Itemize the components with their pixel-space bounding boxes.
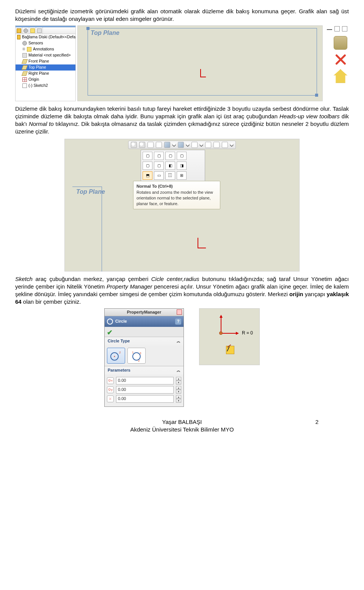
view-orientation-icon[interactable] xyxy=(164,142,170,148)
spinner[interactable]: ▲▼ xyxy=(176,386,181,394)
tree-item[interactable]: ⊞Annotations xyxy=(16,46,75,52)
param-y-icon: ⊙y xyxy=(107,386,114,393)
tree-item[interactable]: Right Plane xyxy=(16,71,75,77)
circle-icon xyxy=(107,319,113,325)
orientation-flyout[interactable]: ▢ ▢ ▢ ▢ ▢ ▢ ◧ ◨ ⬒ ▭ ⿰ ⊞ xyxy=(141,150,205,182)
collapse-icon[interactable]: ︽ xyxy=(177,368,180,373)
graphics-area[interactable]: Top Plane xyxy=(77,25,323,101)
origin-icon xyxy=(200,69,201,77)
paragraph-2: Düzleme dik bakış konumundayken tekerini… xyxy=(15,105,349,136)
scene-icon[interactable] xyxy=(213,142,220,148)
view-4-icon[interactable]: ⊞ xyxy=(177,171,187,180)
section-view-icon[interactable] xyxy=(156,142,162,148)
display-style-icon[interactable] xyxy=(178,142,184,148)
svg-point-1 xyxy=(114,356,115,357)
pm-titlebar: PropertyManager xyxy=(105,309,184,316)
tooltip-title: Normal To (Ctrl+8) xyxy=(136,184,217,189)
dropdown-icon[interactable] xyxy=(199,143,203,147)
collapse-icon[interactable]: ︽ xyxy=(177,339,180,344)
dropdown-icon[interactable] xyxy=(172,143,176,147)
page-footer: Yaşar BALBAŞI Akdeniz Üniversitesi Tekni… xyxy=(15,418,349,434)
view-back-icon[interactable]: ▢ xyxy=(154,152,164,160)
ok-icon[interactable] xyxy=(107,328,115,336)
view-left-icon[interactable]: ▢ xyxy=(165,152,175,160)
tree-item[interactable]: (-) Sketch2 xyxy=(16,83,75,89)
hide-show-icon[interactable] xyxy=(191,142,198,148)
tree-root[interactable]: Bağlama Diski (Default<<Defa xyxy=(16,34,75,40)
sketch-confirm-icon[interactable] xyxy=(334,36,347,50)
axis-x-icon xyxy=(221,333,238,334)
footer-author: Yaşar BALBAŞI xyxy=(15,418,349,426)
tree-item[interactable]: Origin xyxy=(16,77,75,83)
spinner[interactable]: ▲▼ xyxy=(176,377,181,384)
plane-outline xyxy=(88,28,317,96)
view-front-icon[interactable]: ▢ xyxy=(143,152,152,160)
figure-property-manager: PropertyManager Circle ? Circle Type︽ 2 … xyxy=(15,308,349,407)
param-x-icon: ⊙x xyxy=(107,377,114,384)
pm-section-parameters: Parameters︽ ⊙x 0.00 ▲▼ ⊙y 0.00 ▲▼ ⟀ 0.00… xyxy=(105,366,184,406)
tooltip-body: Rotates and zooms the model to the view … xyxy=(136,190,217,207)
param-r-input[interactable]: 0.00 xyxy=(116,395,174,403)
tree-item-selected[interactable]: Top Plane xyxy=(16,64,75,71)
svg-text:2: 2 xyxy=(119,351,121,354)
tree-tab-icon[interactable] xyxy=(22,27,29,34)
restore-icon[interactable] xyxy=(334,26,340,31)
view-normal-to-icon[interactable]: ⬒ xyxy=(143,171,152,180)
property-manager[interactable]: PropertyManager Circle ? Circle Type︽ 2 … xyxy=(104,308,184,407)
origin-preview: R = 0 xyxy=(199,308,260,365)
paragraph-3: Sketch araç çubuğundan merkez, yarıçap ç… xyxy=(15,275,349,306)
spinner[interactable]: ▲▼ xyxy=(176,395,181,403)
dropdown-icon[interactable] xyxy=(229,143,234,147)
radius-label: R = 0 xyxy=(242,330,253,336)
view-bottom-icon[interactable]: ▢ xyxy=(154,162,164,170)
tree-item[interactable]: Sensors xyxy=(16,40,75,46)
plane-outline xyxy=(72,187,102,271)
view-single-icon[interactable]: ▭ xyxy=(154,171,164,180)
origin-icon xyxy=(198,238,198,248)
view-top-icon[interactable]: ▢ xyxy=(143,162,152,170)
origin-dot-icon xyxy=(219,331,223,335)
param-x-input[interactable]: 0.00 xyxy=(116,377,174,384)
view-right-icon[interactable]: ▢ xyxy=(177,152,187,160)
tree-tab-icon[interactable] xyxy=(16,27,22,34)
sketch-cancel-icon[interactable] xyxy=(334,53,347,66)
view-2h-icon[interactable]: ⿰ xyxy=(165,171,175,180)
help-icon[interactable]: ? xyxy=(175,319,181,325)
param-y[interactable]: ⊙y 0.00 ▲▼ xyxy=(107,386,181,394)
pm-section-circle-type: Circle Type︽ 2 132 xyxy=(105,337,184,366)
param-r-icon: ⟀ xyxy=(107,395,114,402)
tooltip: Normal To (Ctrl+8) Rotates and zooms the… xyxy=(133,181,220,209)
dropdown-icon[interactable] xyxy=(185,143,190,147)
close-icon[interactable] xyxy=(342,26,347,31)
param-x[interactable]: ⊙x 0.00 ▲▼ xyxy=(107,377,181,384)
svg-text:3: 3 xyxy=(140,351,141,355)
param-r[interactable]: ⟀ 0.00 ▲▼ xyxy=(107,395,181,403)
footer-org: Akdeniz Üniversitesi Teknik Bilimler MYO xyxy=(15,426,349,433)
plane-label: Top Plane xyxy=(76,188,105,196)
circle-perimeter-icon[interactable]: 132 xyxy=(127,348,146,364)
prev-view-icon[interactable] xyxy=(147,142,154,148)
svg-text:1: 1 xyxy=(132,351,134,354)
circle-center-radius-icon[interactable]: 2 xyxy=(107,348,125,364)
view-iso-icon[interactable]: ◧ xyxy=(165,162,175,170)
minimize-icon[interactable] xyxy=(327,26,332,30)
tree-tab-icon[interactable] xyxy=(36,27,43,34)
pencil-cursor-icon xyxy=(226,346,234,354)
figure-headsup: ▢ ▢ ▢ ▢ ▢ ▢ ◧ ◨ ⬒ ▭ ⿰ ⊞ Normal To (Ctrl+… xyxy=(64,139,300,271)
home-icon[interactable] xyxy=(334,69,347,83)
view-tri-icon[interactable]: ◨ xyxy=(177,162,187,170)
appearance-icon[interactable] xyxy=(205,142,211,148)
param-y-input[interactable]: 0.00 xyxy=(116,386,174,394)
tree-item[interactable]: Material <not specified> xyxy=(16,52,75,58)
heads-up-toolbar[interactable] xyxy=(128,141,236,149)
tree-item[interactable]: Front Plane xyxy=(16,58,75,64)
zoom-fit-icon[interactable] xyxy=(131,142,137,148)
pushpin-icon[interactable] xyxy=(177,309,182,315)
feature-tree[interactable]: Bağlama Diski (Default<<Defa Sensors ⊞An… xyxy=(15,25,76,101)
pm-feature-header: Circle ? xyxy=(105,316,184,327)
zoom-area-icon[interactable] xyxy=(139,142,145,148)
settings-icon[interactable] xyxy=(222,142,228,148)
tree-tab-icon[interactable] xyxy=(29,27,36,34)
page-number: 2 xyxy=(315,418,318,426)
confirm-corner xyxy=(324,25,349,101)
